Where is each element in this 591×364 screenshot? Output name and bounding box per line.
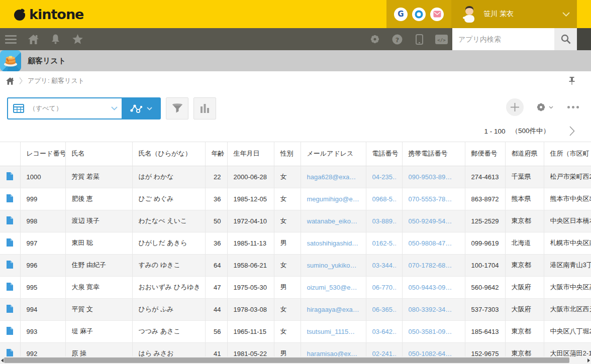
next-page-button[interactable] xyxy=(569,126,575,136)
kintone-logo[interactable]: kintone xyxy=(14,0,83,28)
scrollbar-thumb[interactable] xyxy=(4,357,569,363)
gear-icon[interactable] xyxy=(364,28,386,50)
cell-mobile[interactable]: 050-9443-09… xyxy=(402,276,465,298)
more-options-button[interactable] xyxy=(567,98,579,116)
top-bar: kintone G xyxy=(0,0,591,28)
record-open-icon[interactable] xyxy=(0,298,20,320)
cell-mobile[interactable]: 050-9808-47… xyxy=(402,232,465,254)
header-mobile[interactable]: 携帯電話番号 xyxy=(402,142,465,166)
cell-mobile[interactable]: 070-5553-78… xyxy=(402,188,465,210)
breadcrumb-path[interactable]: アプリ: 顧客リスト xyxy=(28,76,84,85)
pin-icon[interactable] xyxy=(569,77,575,85)
code-icon[interactable]: </> xyxy=(430,28,452,50)
record-open-icon[interactable] xyxy=(0,320,20,342)
record-open-icon[interactable] xyxy=(0,210,20,232)
cell-email[interactable]: sumino_yukiko… xyxy=(301,254,366,276)
cell-gender: 男 xyxy=(274,276,301,298)
cell-email[interactable]: hiragaaya@exa… xyxy=(301,298,366,320)
search-input[interactable] xyxy=(452,28,554,50)
record-open-icon[interactable] xyxy=(0,232,20,254)
cell-email[interactable]: megumihigo@e… xyxy=(301,188,366,210)
cell-prefecture: 北海道 xyxy=(505,232,544,254)
cell-name: 大泉 寛幸 xyxy=(65,276,132,298)
help-icon[interactable]: ? xyxy=(386,28,408,50)
app-settings-button[interactable] xyxy=(536,102,553,112)
scroll-left-icon[interactable] xyxy=(1,358,4,362)
record-document-icon xyxy=(7,238,13,247)
cell-postal: 560-9642 xyxy=(465,276,505,298)
cell-phone[interactable]: 04-235… xyxy=(366,166,402,188)
cell-phone[interactable]: 06-365… xyxy=(366,298,402,320)
chart-button[interactable] xyxy=(193,97,216,119)
horizontal-scrollbar[interactable] xyxy=(0,356,591,364)
nav-right: ? </> xyxy=(364,28,591,50)
logo-wordmark: kintone xyxy=(29,7,83,22)
bell-icon[interactable] xyxy=(44,28,66,50)
user-name: 笹川 茉衣 xyxy=(483,10,514,19)
record-document-icon xyxy=(7,283,13,291)
header-name[interactable]: 氏名 xyxy=(65,142,132,166)
cell-phone[interactable]: 03-344… xyxy=(366,254,402,276)
header-birthday[interactable]: 生年月日 xyxy=(227,142,274,166)
cell-mobile[interactable]: 050-3581-09… xyxy=(402,320,465,342)
header-record-no[interactable]: レコード番号 xyxy=(20,142,65,166)
service-links: G xyxy=(386,0,451,28)
header-icon-col xyxy=(0,142,20,166)
header-age[interactable]: 年齢 xyxy=(205,142,227,166)
header-gender[interactable]: 性別 xyxy=(274,142,301,166)
mobile-icon[interactable] xyxy=(408,28,430,50)
record-open-icon[interactable] xyxy=(0,276,20,298)
ring-icon[interactable] xyxy=(412,8,426,21)
home-icon[interactable] xyxy=(22,28,44,50)
cell-phone[interactable]: 0162-5… xyxy=(366,232,402,254)
table-row: 994平賀 文ひらが ふみ441978-03-08女hiragaaya@exa…… xyxy=(0,298,591,320)
mail-icon[interactable] xyxy=(430,8,444,21)
cell-email[interactable]: haga628@exa… xyxy=(301,166,366,188)
cell-phone[interactable]: 03-642… xyxy=(366,320,402,342)
cell-mobile[interactable]: 070-1782-68… xyxy=(402,254,465,276)
record-open-icon[interactable] xyxy=(0,166,20,188)
cell-gender: 女 xyxy=(274,188,301,210)
cell-age: 50 xyxy=(205,210,227,232)
add-record-button[interactable] xyxy=(506,98,524,116)
chevron-down-icon xyxy=(111,106,118,110)
scroll-right-icon[interactable] xyxy=(587,358,590,362)
record-open-icon[interactable] xyxy=(0,254,20,276)
cell-address: 中央区日本橋本 xyxy=(544,210,591,232)
cell-mobile[interactable]: 050-9249-54… xyxy=(402,210,465,232)
cell-phone[interactable]: 0968-5… xyxy=(366,188,402,210)
cell-email[interactable]: satoshihigashid… xyxy=(301,232,366,254)
chevron-down-icon xyxy=(549,106,553,109)
header-prefecture[interactable]: 都道府県 xyxy=(505,142,544,166)
svg-text:?: ? xyxy=(395,36,399,43)
record-open-icon[interactable] xyxy=(0,188,20,210)
cell-kana: おおいずみ ひろゆき xyxy=(132,276,205,298)
record-document-icon xyxy=(7,327,13,335)
cell-email[interactable]: tsutsumi_1115… xyxy=(301,320,366,342)
cell-mobile[interactable]: 090-9503-89… xyxy=(402,166,465,188)
header-kana[interactable]: 氏名（ひらがな） xyxy=(132,142,205,166)
hamburger-icon[interactable] xyxy=(5,28,22,50)
cell-phone[interactable]: 03-889… xyxy=(366,210,402,232)
view-dropdown[interactable]: （すべて） xyxy=(8,98,122,118)
cell-phone[interactable]: 06-770… xyxy=(366,276,402,298)
filter-button[interactable] xyxy=(166,97,188,119)
garoon-icon[interactable]: G xyxy=(394,8,408,21)
cell-gender: 女 xyxy=(274,254,301,276)
header-email[interactable]: メールアドレス xyxy=(301,142,366,166)
header-phone[interactable]: 電話番号 xyxy=(366,142,402,166)
cell-email[interactable]: watanabe_eiko… xyxy=(301,210,366,232)
nav-corner xyxy=(577,28,591,50)
graph-view-button[interactable] xyxy=(122,98,160,118)
plus-icon xyxy=(511,103,519,111)
star-icon[interactable] xyxy=(66,28,88,50)
cell-email[interactable]: oizumi_530@e… xyxy=(301,276,366,298)
cell-address: 中央区八丁堀2- xyxy=(544,320,591,342)
cell-mobile[interactable]: 080-3392-34… xyxy=(402,298,465,320)
search-icon[interactable] xyxy=(554,28,577,50)
header-address[interactable]: 住所（市区町 xyxy=(544,142,591,166)
user-menu[interactable]: 笹川 茉衣 xyxy=(451,0,577,28)
toolbar-right xyxy=(506,98,579,116)
header-postal[interactable]: 郵便番号 xyxy=(465,142,505,166)
breadcrumb-home-icon[interactable] xyxy=(6,77,14,85)
